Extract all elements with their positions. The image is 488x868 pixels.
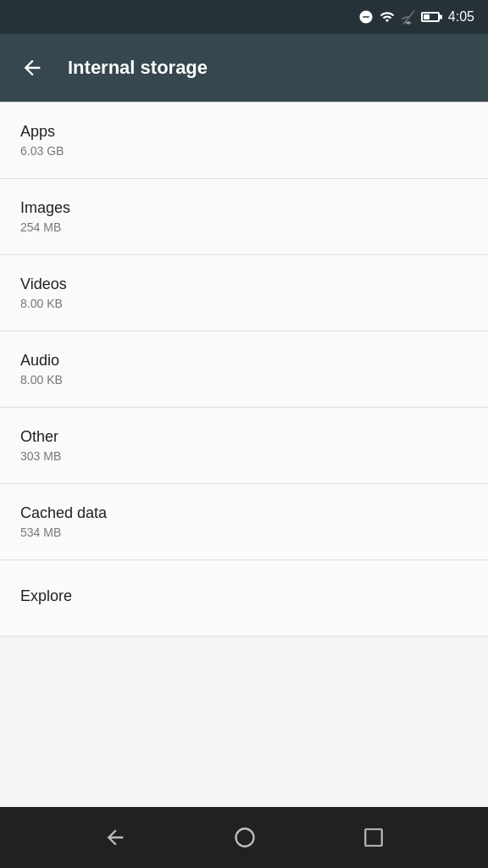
- nav-bar: [0, 807, 488, 868]
- status-time: 4:05: [448, 9, 474, 25]
- apps-size: 6.03 GB: [20, 144, 468, 158]
- videos-size: 8.00 KB: [20, 297, 468, 310]
- battery-icon: [421, 12, 440, 22]
- images-label: Images: [20, 199, 468, 217]
- signal-icon: [401, 9, 416, 25]
- cached-data-item[interactable]: Cached data 534 MB: [0, 484, 488, 560]
- audio-size: 8.00 KB: [20, 373, 468, 387]
- audio-label: Audio: [20, 352, 468, 370]
- page-title: Internal storage: [68, 57, 208, 79]
- dnd-icon: [358, 9, 374, 25]
- recent-nav-button[interactable]: [352, 816, 395, 859]
- apps-item[interactable]: Apps 6.03 GB: [0, 103, 488, 179]
- content-area: Apps 6.03 GB Images 254 MB Videos 8.00 K…: [0, 102, 488, 807]
- videos-label: Videos: [20, 275, 468, 293]
- images-item[interactable]: Images 254 MB: [0, 179, 488, 255]
- other-label: Other: [20, 428, 468, 446]
- wifi-icon: [379, 9, 396, 25]
- explore-label: Explore: [20, 587, 468, 605]
- other-item[interactable]: Other 303 MB: [0, 408, 488, 484]
- app-bar: Internal storage: [0, 34, 488, 102]
- back-nav-button[interactable]: [93, 815, 137, 860]
- back-button[interactable]: [14, 49, 51, 86]
- svg-rect-1: [365, 829, 382, 846]
- images-size: 254 MB: [20, 220, 468, 234]
- home-nav-button[interactable]: [223, 815, 267, 860]
- status-icons: 4:05: [358, 9, 474, 25]
- explore-item[interactable]: Explore: [0, 560, 488, 637]
- videos-item[interactable]: Videos 8.00 KB: [0, 255, 488, 331]
- svg-point-0: [236, 829, 253, 847]
- other-size: 303 MB: [20, 449, 468, 463]
- apps-label: Apps: [20, 123, 468, 141]
- status-bar: 4:05: [0, 0, 488, 34]
- audio-item[interactable]: Audio 8.00 KB: [0, 331, 488, 408]
- cached-data-label: Cached data: [20, 504, 468, 522]
- cached-data-size: 534 MB: [20, 526, 468, 539]
